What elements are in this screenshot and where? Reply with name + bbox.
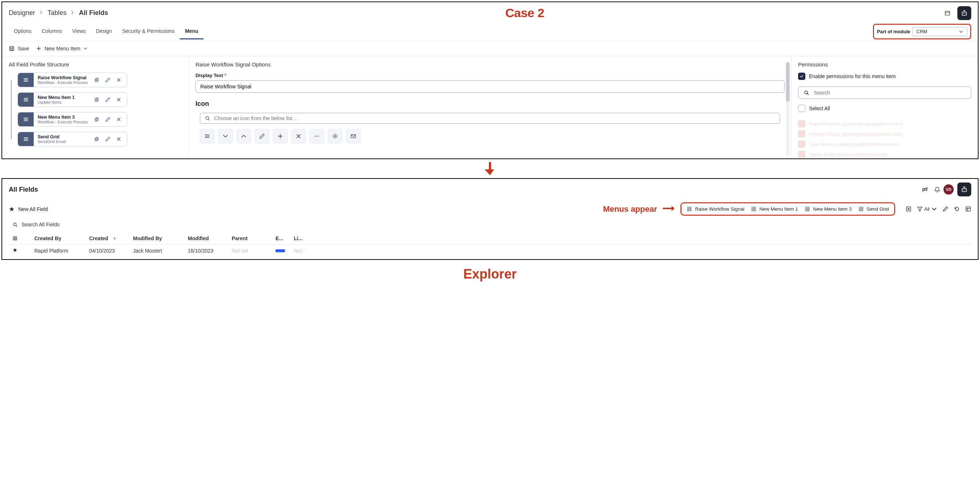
column-created-by[interactable]: Created By: [34, 235, 89, 241]
bell-icon[interactable]: [931, 183, 943, 196]
close-icon[interactable]: [114, 134, 124, 144]
breadcrumb: Designer Tables All Fields: [9, 9, 108, 17]
save-button[interactable]: Save: [9, 46, 29, 51]
explorer-search[interactable]: Search All Fields: [2, 218, 978, 233]
copy-icon[interactable]: [92, 75, 102, 85]
permissions-search-input[interactable]: [814, 90, 966, 96]
select-all-row[interactable]: Select All: [798, 105, 971, 112]
pencil-icon[interactable]: [103, 75, 113, 85]
icon-search[interactable]: [200, 113, 780, 124]
tree-item[interactable]: Send Grid SendGrid Email: [18, 132, 127, 146]
assistant-icon[interactable]: [957, 6, 971, 20]
tab-menu[interactable]: Menu: [180, 25, 204, 40]
scrollbar[interactable]: [786, 62, 790, 156]
tab-design[interactable]: Design: [91, 25, 117, 40]
drag-handle-icon[interactable]: [18, 113, 34, 126]
tree-item-sub: Update Items: [38, 100, 88, 105]
icon-option-pencil[interactable]: [255, 129, 269, 143]
cell-modified-by: Jack Mostert: [133, 248, 188, 254]
icon-option-close[interactable]: [291, 129, 306, 143]
close-icon[interactable]: [114, 75, 124, 85]
enable-permissions-row[interactable]: Enable permissions for this menu item: [798, 73, 971, 80]
tree-item[interactable]: New Menu Item 1 Update Items: [18, 92, 127, 107]
display-text-label: Display Text *: [196, 73, 784, 78]
filter-all-button[interactable]: All: [917, 206, 937, 212]
icon-option-chevron-up[interactable]: [236, 129, 251, 143]
tab-security[interactable]: Security & Permissions: [117, 25, 180, 40]
list-item[interactable]: Danny Ruita (danny.ruita@gmail.org): [798, 149, 971, 159]
icon-option-plus[interactable]: [273, 129, 288, 143]
avatar[interactable]: VD: [943, 184, 954, 195]
list-item[interactable]: Primary Group (primary@rapidplatform.com…: [798, 129, 971, 139]
tab-options[interactable]: Options: [9, 25, 37, 40]
icon-option-mail[interactable]: [346, 129, 361, 143]
close-icon[interactable]: [114, 114, 124, 124]
drag-handle-icon[interactable]: [18, 93, 34, 106]
refresh-icon[interactable]: [954, 206, 960, 212]
excel-export-icon[interactable]: [905, 206, 912, 212]
window-icon[interactable]: [941, 7, 954, 19]
sort-desc-icon: [113, 236, 117, 241]
permissions-list: Rapid Platform (system@rapidplatform.com…: [798, 119, 971, 159]
menu-new-menu-item-1[interactable]: New Menu Item 1: [751, 206, 798, 212]
list-item[interactable]: Rapid Platform (system@rapidplatform.com…: [798, 119, 971, 129]
icon-option-gear[interactable]: [328, 129, 342, 143]
breadcrumb-tables[interactable]: Tables: [48, 9, 67, 17]
column-modified-by[interactable]: Modified By: [133, 235, 188, 241]
column-parent[interactable]: Parent: [232, 235, 275, 241]
icon-heading: Icon: [196, 100, 784, 108]
column-selector-icon[interactable]: [13, 236, 34, 241]
column-created[interactable]: Created: [89, 235, 133, 241]
display-text-input[interactable]: [196, 80, 784, 93]
menu-raise-workflow-signal[interactable]: Raise Workflow Signal: [687, 206, 744, 212]
profile-structure-panel: All Field Profile Structure Raise Workfl…: [2, 56, 189, 159]
icon-option-more[interactable]: [310, 129, 324, 143]
pencil-icon[interactable]: [103, 114, 113, 124]
tab-views[interactable]: Views: [67, 25, 91, 40]
copy-icon[interactable]: [92, 114, 102, 124]
tabs-row: Options Columns Views Design Security & …: [2, 22, 978, 41]
assistant-icon[interactable]: [957, 182, 971, 197]
drag-handle-icon[interactable]: [18, 132, 34, 146]
menu-send-grid[interactable]: Send Grid: [858, 206, 889, 212]
copy-icon[interactable]: [92, 134, 102, 144]
grid-icon: [805, 206, 810, 212]
tree-item[interactable]: New Menu Item 3 Workflow - Execute Proce…: [18, 112, 127, 127]
new-all-field-button[interactable]: New All Field: [9, 206, 48, 212]
checkbox-empty-icon[interactable]: [798, 105, 805, 112]
permissions-search[interactable]: [798, 87, 971, 99]
tree-item[interactable]: Raise Workflow Signal Workflow - Execute…: [18, 73, 127, 87]
column-li[interactable]: Li...: [294, 235, 319, 241]
edit-icon[interactable]: [942, 206, 948, 212]
checkbox-checked-icon[interactable]: [798, 73, 805, 80]
breadcrumb-all-fields[interactable]: All Fields: [79, 9, 108, 17]
annotation-menus-appear: Menus appear: [603, 205, 657, 214]
tab-columns[interactable]: Columns: [37, 25, 67, 40]
column-e[interactable]: E...: [275, 235, 294, 241]
table-row[interactable]: Rapid Platform 04/10/2023 Jack Mostert 1…: [9, 244, 971, 257]
breadcrumb-designer[interactable]: Designer: [9, 9, 35, 17]
new-menu-item-button[interactable]: New Menu Item: [36, 46, 88, 51]
status-bar: [275, 249, 285, 252]
close-icon[interactable]: [114, 95, 124, 105]
menu-cluster-highlight: Raise Workflow Signal New Menu Item 1 Ne…: [680, 202, 895, 216]
tree-item-title: New Menu Item 1: [38, 95, 88, 100]
copy-icon[interactable]: [92, 95, 102, 105]
icon-option-chevron-down[interactable]: [218, 129, 233, 143]
pencil-icon[interactable]: [103, 95, 113, 105]
column-modified[interactable]: Modified: [188, 235, 232, 241]
drag-handle-icon[interactable]: [18, 73, 34, 87]
layout-icon[interactable]: [965, 206, 971, 212]
menu-new-menu-item-3[interactable]: New Menu Item 3: [805, 206, 852, 212]
pencil-icon[interactable]: [103, 134, 113, 144]
list-item[interactable]: Tyler Watson (tyler@rapidplatform.com.au…: [798, 139, 971, 149]
row-star-icon[interactable]: [13, 248, 34, 254]
icon-search-input[interactable]: [214, 115, 775, 121]
icon-option-lines[interactable]: [200, 129, 215, 143]
cell-e: [275, 249, 294, 252]
table-head: Created By Created Modified By Modified …: [9, 233, 971, 244]
chevron-right-icon: [39, 9, 44, 17]
module-select[interactable]: CRM: [912, 27, 967, 36]
ruler-icon[interactable]: [919, 183, 931, 196]
module-selector-highlight: Part of module CRM: [873, 24, 971, 40]
